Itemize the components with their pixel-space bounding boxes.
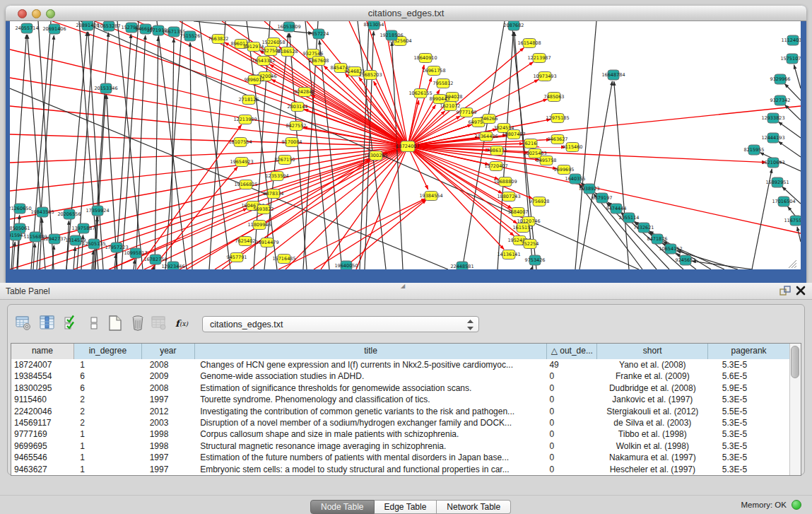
graph-node[interactable]: 7485063 [544,93,565,102]
graph-node[interactable]: 12933823 [761,113,784,123]
graph-node[interactable]: 7857224 [309,29,329,39]
graph-edge[interactable] [314,199,425,269]
graph-node[interactable]: 7986372 [487,146,507,156]
graph-node[interactable]: 19654923 [230,158,253,167]
network-canvas[interactable]: 1872400797771696497568746266382455421364… [10,21,801,269]
graph-node[interactable]: 12923446 [161,262,184,269]
network-graph-svg[interactable]: 1872400797771696497568746266382455421364… [10,21,801,269]
delete-column-button[interactable] [128,313,148,333]
graph-node[interactable]: 9753426 [525,255,546,265]
graph-node[interactable]: 15892951 [765,177,789,187]
graph-node[interactable]: 8267150 [275,156,295,165]
graph-node[interactable]: 16154808 [517,39,541,48]
window-titlebar[interactable]: citations_edges.txt [6,6,806,21]
table-row[interactable]: 946362711997Embryonic stem cells: a mode… [11,464,790,475]
graph-node[interactable]: 6879197 [592,193,613,203]
graph-edge[interactable] [155,37,158,269]
graph-node[interactable]: 13975887 [71,223,95,233]
graph-node[interactable]: 10688809 [493,177,517,187]
graph-node[interactable]: 7625402 [235,237,256,246]
function-builder-button[interactable]: f(x) [173,313,193,333]
graph-node[interactable]: 21364436 [474,132,498,141]
graph-node[interactable]: 19640050 [334,261,358,269]
graph-edge[interactable] [10,146,408,163]
graph-node[interactable]: 12975185 [546,114,569,123]
graph-node[interactable]: 12213989 [233,115,257,124]
graph-node[interactable]: 8495758 [536,156,557,165]
column-header-year[interactable]: year [142,344,195,359]
graph-node[interactable]: 18807243 [497,192,520,201]
graph-node[interactable]: 6216 [524,139,537,148]
graph-node[interactable]: 9699695 [554,165,575,175]
resize-grip-icon[interactable]: ◢ [401,284,409,289]
graph-node[interactable]: 746266 [481,115,498,124]
table-scrollbar[interactable] [789,344,801,475]
graph-node[interactable]: 16914479 [255,238,278,247]
graph-node[interactable]: 18640910 [413,54,437,63]
column-visibility-button[interactable] [37,313,57,333]
graph-node[interactable]: 11809946 [247,221,271,230]
graph-node[interactable]: 7955812 [433,79,454,88]
graph-edge[interactable] [797,227,801,242]
graph-node[interactable]: 15226058 [261,38,285,47]
graph-node[interactable]: 9463627 [548,135,568,144]
graph-node[interactable]: 17359924 [86,206,109,216]
graph-node[interactable]: 20206556 [57,209,81,219]
column-header-name[interactable]: name [11,344,74,359]
graph-edge[interactable] [279,47,408,146]
canvas-resize-grip[interactable] [789,260,796,268]
column-header-in_degree[interactable]: in_degree [74,344,142,359]
graph-edge[interactable] [33,243,35,269]
graph-node[interactable]: 9756928 [529,197,550,206]
graph-node[interactable]: 9245652 [676,255,696,265]
graph-edge[interactable] [73,247,75,269]
graph-node[interactable]: 2955114 [619,213,640,223]
graph-node[interactable]: 5693822 [254,205,274,214]
column-header-pagerank[interactable]: pagerank [708,344,790,359]
table-row[interactable]: 1938455462009Genome-wide association stu… [11,370,790,382]
graph-node[interactable]: 9777169 [457,108,477,117]
graph-node[interactable]: 18107554 [228,138,252,147]
table-row[interactable]: 977716911998Corpus callosum shape and si… [11,428,790,440]
graph-node[interactable]: 8427552 [286,122,307,131]
graph-node[interactable]: 14136141 [497,250,520,259]
graph-node[interactable]: 12444193 [761,133,784,143]
graph-node[interactable]: 2867608 [309,57,329,66]
graph-node[interactable]: 8186528 [278,47,298,57]
graph-node[interactable]: 10654112 [659,244,682,254]
graph-edge[interactable] [342,200,426,269]
graph-edge[interactable] [278,199,425,269]
graph-edge[interactable] [319,40,342,269]
graph-node[interactable]: 16210643 [761,158,784,168]
graph-node[interactable]: 16961758 [422,66,445,76]
column-header-title[interactable]: title [195,344,548,359]
graph-edge[interactable] [408,146,565,147]
graph-edge[interactable] [66,32,87,269]
column-header-out_de[interactable]: △ out_de... [547,344,597,359]
float-panel-icon[interactable] [779,286,791,297]
graph-edge[interactable] [408,100,419,146]
delete-table-button[interactable] [149,313,169,333]
graph-edge[interactable] [199,21,230,269]
table-mode-button[interactable] [13,313,33,333]
graph-node[interactable]: 19384554 [419,192,442,201]
new-column-button[interactable] [105,313,125,333]
graph-node[interactable]: 9170084 [282,138,302,147]
table-row[interactable]: 969969511998Structural magnetic resonanc… [11,440,790,452]
graph-node[interactable]: 15685203 [358,71,382,80]
graph-node[interactable]: 2718126 [239,95,259,105]
table-selector-dropdown[interactable]: citations_edges.txt [202,316,479,332]
graph-node[interactable]: 3684007 [508,208,529,217]
graph-node[interactable]: 12353594 [265,172,288,181]
scrollbar-thumb[interactable] [791,346,799,378]
graph-node[interactable]: 9329966 [770,74,791,84]
graph-node[interactable]: 24055714 [15,23,38,33]
graph-node[interactable]: 7663822 [208,35,229,44]
graph-node[interactable]: 8878334 [264,189,284,199]
graph-node[interactable]: 10973493 [533,72,556,81]
graph-edge[interactable] [778,141,801,157]
graph-node[interactable]: 15751074 [780,54,801,64]
graph-edge[interactable] [137,124,242,269]
close-panel-icon[interactable] [795,285,806,296]
graph-edge[interactable] [794,65,801,88]
